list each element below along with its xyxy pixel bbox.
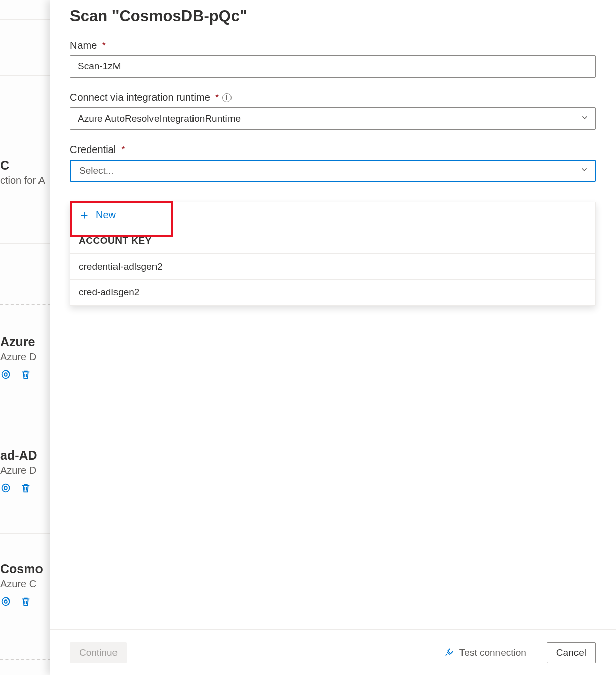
bg-card-title: Azure <box>0 334 51 349</box>
background-column: C ction for A Azure Azure D ad-AD Azure … <box>0 0 51 675</box>
bg-card-title: Cosmo <box>0 561 51 576</box>
credential-label: Credential <box>70 144 116 156</box>
credential-dropdown: New ACCOUNT KEY credential-adlsgen2 cred… <box>70 202 596 306</box>
credential-option[interactable]: cred-adlsgen2 <box>70 279 595 305</box>
field-name: Name* <box>70 40 596 78</box>
bg-card-subtitle: Azure C <box>0 578 51 590</box>
required-asterisk: * <box>121 144 125 156</box>
field-runtime: Connect via integration runtime* i Azure… <box>70 92 596 130</box>
runtime-select-value: Azure AutoResolveIntegrationRuntime <box>78 113 241 124</box>
field-credential: Credential* Select... <box>70 144 596 182</box>
scan-icon[interactable] <box>0 596 11 607</box>
credential-group-header: ACCOUNT KEY <box>70 228 595 253</box>
panel-title: Scan "CosmosDB-pQc" <box>70 7 596 25</box>
credential-option[interactable]: credential-adlsgen2 <box>70 253 595 279</box>
info-icon[interactable]: i <box>222 93 232 102</box>
chevron-down-icon <box>580 165 589 177</box>
text-caret <box>78 165 78 177</box>
credential-select[interactable]: Select... <box>70 160 596 182</box>
required-asterisk: * <box>102 40 106 51</box>
test-connection-button[interactable]: Test connection <box>434 642 535 663</box>
panel-footer: Continue Test connection Cancel <box>50 629 616 675</box>
svg-point-5 <box>4 600 7 603</box>
required-asterisk: * <box>215 92 219 103</box>
runtime-select[interactable]: Azure AutoResolveIntegrationRuntime <box>70 107 596 130</box>
bg-card-subtitle: Azure D <box>0 465 51 476</box>
trash-icon[interactable] <box>20 369 31 380</box>
svg-point-3 <box>4 486 7 490</box>
trash-icon[interactable] <box>20 482 31 494</box>
credential-new-label: New <box>96 209 116 221</box>
bg-header-title: C <box>0 158 51 173</box>
continue-button: Continue <box>70 642 127 663</box>
scan-icon[interactable] <box>0 369 11 380</box>
bg-card-subtitle: Azure D <box>0 351 51 363</box>
bg-header-subtitle: ction for A <box>0 175 51 186</box>
scan-panel: Scan "CosmosDB-pQc" Name* Connect via in… <box>50 0 616 675</box>
credential-select-placeholder: Select... <box>79 165 114 176</box>
test-connection-label: Test connection <box>459 647 526 658</box>
name-input[interactable] <box>70 55 596 78</box>
trash-icon[interactable] <box>20 596 31 607</box>
scan-icon[interactable] <box>0 482 11 494</box>
svg-point-1 <box>4 373 7 376</box>
cancel-button[interactable]: Cancel <box>547 642 596 663</box>
credential-new-option[interactable]: New <box>70 202 595 228</box>
bg-card-title: ad-AD <box>0 448 51 463</box>
runtime-label: Connect via integration runtime <box>70 92 210 103</box>
plus-icon <box>79 210 90 221</box>
plug-icon <box>443 647 454 658</box>
name-label: Name <box>70 40 97 51</box>
chevron-down-icon <box>580 113 589 125</box>
